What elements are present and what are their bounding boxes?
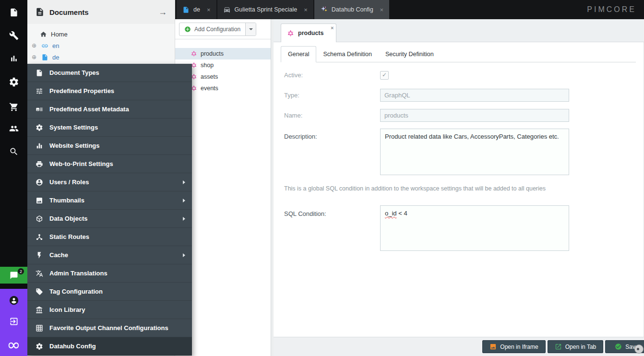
datahub-toolbar: Add Configuration [175, 19, 271, 39]
document-outline-icon [35, 7, 45, 17]
tree-item-label: en [52, 42, 59, 49]
datahub-item-products[interactable]: products [175, 48, 271, 59]
sql-token: o_id [385, 210, 397, 217]
settings-item-static-routes[interactable]: Static Routes [27, 228, 192, 246]
datahub-hexagram-icon [287, 30, 294, 37]
sql-rest: < 4 [397, 210, 407, 217]
submenu-arrow-icon [183, 199, 185, 202]
gear-icon[interactable] [0, 72, 27, 92]
top-tab-bar: de Gulietta Sprint Speciale Datahub Conf… [177, 0, 389, 19]
tab-schema-definition[interactable]: Schema Definition [316, 46, 378, 62]
tree-item-label: de [52, 54, 59, 61]
people-icon[interactable] [0, 119, 27, 139]
description-textarea[interactable]: Product related data like Cars, Accessor… [380, 129, 569, 175]
settings-item-website-settings[interactable]: Website Settings [27, 137, 192, 155]
gear-hub-icon [36, 343, 43, 350]
sidebar-account-section [0, 289, 27, 356]
name-label: Name: [284, 112, 375, 119]
tree-item-de[interactable]: de [27, 51, 175, 63]
panel-splitter[interactable] [271, 19, 274, 356]
settings-item-predefined-asset-metadata[interactable]: Predefined Asset Metadata [27, 100, 192, 119]
user-avatar-icon[interactable] [0, 291, 27, 310]
bar-chart-icon[interactable] [0, 48, 27, 69]
search-icon[interactable] [0, 142, 27, 162]
wrench-icon[interactable] [0, 25, 27, 46]
tab-security-definition[interactable]: Security Definition [379, 46, 441, 62]
active-checkbox[interactable] [380, 71, 389, 80]
notification-badge: 2 [18, 268, 24, 274]
sql-condition-note: This is a global SQL condition in additi… [284, 185, 629, 192]
collapse-arrow-icon[interactable] [158, 8, 167, 16]
expand-icon[interactable] [32, 54, 39, 60]
main-content: products General Schema Definition Secur… [274, 19, 644, 356]
tree-item-en[interactable]: en [27, 40, 175, 51]
description-label: Description: [284, 133, 375, 140]
datahub-item-label: assets [201, 73, 218, 80]
settings-item-document-types[interactable]: Document Types [27, 64, 192, 82]
datahub-sparkle-icon [320, 6, 328, 13]
home-icon [40, 31, 47, 38]
top-tab-label: de [193, 6, 200, 13]
close-icon[interactable] [331, 25, 334, 31]
settings-item-predefined-properties[interactable]: Predefined Properties [27, 82, 192, 100]
settings-item-users-roles[interactable]: Users / Roles [27, 173, 192, 191]
settings-item-icon-library[interactable]: Icon Library [27, 301, 192, 319]
document-icon [182, 6, 190, 13]
documents-tree: Home en de [27, 24, 175, 63]
printer-icon [36, 160, 43, 168]
sql-condition-label: SQL Condition: [284, 210, 375, 217]
settings-item-web-to-print[interactable]: Web-to-Print Settings [27, 155, 192, 173]
add-configuration-dropdown[interactable] [245, 23, 256, 36]
expand-icon[interactable] [32, 43, 39, 48]
active-label: Active: [284, 71, 375, 79]
notifications-button[interactable]: 2 [0, 267, 27, 284]
cart-icon[interactable] [0, 97, 27, 117]
add-configuration-label: Add Configuration [194, 26, 240, 33]
settings-item-system-settings[interactable]: System Settings [27, 119, 192, 137]
pimcore-infinity-logo[interactable] [0, 335, 27, 354]
datahub-item-label: shop [201, 62, 214, 69]
settings-item-data-objects[interactable]: Data Objects [27, 210, 192, 228]
sql-condition-editor[interactable]: o_id < 4 [380, 205, 569, 251]
file-icon[interactable] [0, 2, 27, 23]
top-tab-gulietta[interactable]: Gulietta Sprint Speciale [217, 0, 313, 19]
media-card-icon [36, 106, 43, 113]
check-circle-icon [615, 343, 622, 350]
file-icon [36, 69, 43, 77]
plus-circle-icon [184, 26, 191, 33]
close-icon[interactable] [304, 7, 308, 13]
settings-item-cache[interactable]: Cache [27, 246, 192, 264]
iframe-image-icon [489, 343, 497, 350]
gear-icon [36, 124, 43, 131]
equalizer-icon [36, 142, 43, 150]
close-icon[interactable] [380, 7, 384, 13]
config-form-panel: General Schema Definition Security Defin… [274, 42, 644, 337]
settings-item-datahub-config[interactable]: Datahub Config [27, 337, 192, 356]
close-icon[interactable] [207, 7, 211, 13]
datahub-item-label: events [201, 85, 218, 92]
settings-item-admin-translations[interactable]: Admin Translations [27, 264, 192, 283]
settings-item-favorite-output-channels[interactable]: Favorite Output Channel Configurations [27, 319, 192, 337]
top-tab-datahub-config[interactable]: Datahub Config [314, 0, 389, 19]
bank-icon [36, 306, 43, 314]
submenu-arrow-icon [183, 180, 185, 184]
open-in-iframe-button[interactable]: Open in Iframe [482, 340, 546, 353]
documents-panel-header: Documents [27, 0, 175, 24]
datahub-hexagram-icon [191, 50, 197, 57]
tab-general[interactable]: General [281, 46, 316, 62]
settings-item-thumbnails[interactable]: Thumbnails [27, 191, 192, 210]
document-icon [41, 54, 48, 61]
tab-products[interactable]: products [281, 24, 336, 42]
car-icon [223, 6, 231, 13]
panel-title: Documents [49, 8, 89, 16]
top-tab-de[interactable]: de [177, 0, 216, 19]
add-configuration-button[interactable]: Add Configuration [179, 23, 245, 36]
datahub-item-label: products [201, 50, 224, 57]
button-label: Open in Iframe [500, 344, 538, 350]
logout-icon[interactable] [0, 312, 27, 331]
open-in-tab-button[interactable]: Open in Tab [548, 340, 603, 353]
type-label: Type: [284, 92, 375, 99]
settings-item-tag-configuration[interactable]: Tag Configuration [27, 283, 192, 301]
tree-item-home[interactable]: Home [27, 28, 175, 40]
image-icon [36, 197, 43, 204]
